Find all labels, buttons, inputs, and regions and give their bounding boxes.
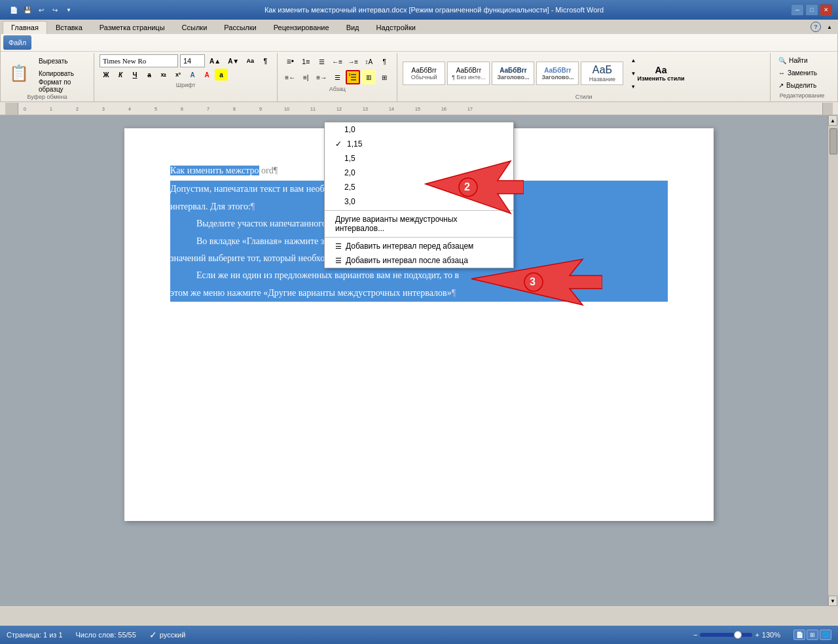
justify-button[interactable]: ☰: [330, 70, 344, 84]
style-normal[interactable]: АаБбВгr Обычный: [403, 62, 445, 85]
spell-check[interactable]: ✓ русский: [149, 630, 185, 640]
show-marks-button[interactable]: ¶: [377, 54, 392, 69]
spacing-1-5-label: 1,5: [344, 154, 355, 163]
add-before-icon: ☰: [335, 242, 342, 251]
minimize-button[interactable]: ─: [791, 4, 804, 16]
spacing-2-5[interactable]: 2,5: [325, 180, 513, 194]
zoom-thumb[interactable]: [734, 631, 742, 639]
multilevel-button[interactable]: ☰: [314, 54, 329, 69]
subscript-button[interactable]: x₂: [157, 69, 170, 80]
tab-mailings[interactable]: Рассылки: [215, 21, 264, 34]
font-name-selector[interactable]: Times New Ro: [100, 54, 178, 67]
tab-addins[interactable]: Надстройки: [368, 21, 424, 34]
svg-text:8: 8: [233, 107, 236, 111]
show-all-marks[interactable]: ¶: [259, 55, 272, 67]
add-before-item[interactable]: ☰ Добавить интервал перед абзацем: [325, 239, 513, 253]
superscript-button[interactable]: x²: [172, 69, 185, 80]
bold-button[interactable]: Ж: [100, 69, 113, 80]
help-button[interactable]: ?: [811, 22, 821, 32]
add-before-label: Добавить интервал перед абзацем: [346, 241, 473, 251]
scroll-thumb[interactable]: [829, 128, 837, 154]
tab-home[interactable]: Главная: [3, 21, 47, 35]
ribbon-group-clipboard: 📋 Вырезать Копировать Формат по образцу …: [3, 53, 94, 101]
vertical-scrollbar[interactable]: ▲ ▼: [828, 115, 838, 606]
quick-access-file[interactable]: 📄: [8, 4, 20, 16]
quick-access-redo[interactable]: ↪: [49, 4, 61, 16]
decrease-indent[interactable]: ←≡: [330, 54, 344, 69]
style-no-spacing[interactable]: АаБбВгr ¶ Без инте...: [447, 62, 490, 85]
quick-access-save[interactable]: 💾: [22, 4, 33, 16]
align-center-button[interactable]: ≡|: [299, 70, 313, 84]
strikethrough-button[interactable]: а: [143, 69, 156, 80]
add-after-item[interactable]: ☰ Добавить интервал после абзаца: [325, 253, 513, 268]
spacing-1-15[interactable]: ✓ 1,15: [325, 137, 513, 151]
close-button[interactable]: ✕: [820, 4, 833, 16]
paste-button[interactable]: 📋: [6, 59, 32, 88]
select-button[interactable]: ↗Выделить: [776, 79, 828, 91]
sort-button[interactable]: ↕A: [361, 54, 376, 69]
bullets-button[interactable]: ≡•: [283, 54, 297, 69]
zoom-control[interactable]: − + 130%: [693, 631, 780, 639]
style-title[interactable]: АаБ Название: [581, 62, 623, 85]
font-size-increase[interactable]: A▲: [207, 55, 223, 67]
styles-scroll-up[interactable]: ▲: [627, 54, 640, 66]
style-heading2[interactable]: АаБбВгr Заголово...: [536, 62, 579, 85]
border-button[interactable]: ⊞: [377, 70, 392, 84]
format-painter-button[interactable]: Формат по образцу: [36, 80, 88, 92]
zoom-slider[interactable]: [700, 633, 752, 637]
full-screen-btn[interactable]: ⊞: [807, 630, 818, 640]
web-layout-btn[interactable]: 🌐: [820, 630, 831, 640]
spacing-2-0[interactable]: 2,0: [325, 166, 513, 180]
text-effects-button[interactable]: А: [186, 69, 199, 80]
quick-access-toolbar: 📄 💾 ↩ ↪ ▼: [5, 4, 77, 16]
spacing-1-15-label: 1,15: [347, 139, 362, 149]
more-options-item[interactable]: Другие варианты междустрочных интервалов…: [325, 212, 513, 236]
tab-page-layout[interactable]: Разметка страницы: [91, 21, 173, 34]
shading-button[interactable]: ▥: [361, 70, 376, 84]
cut-button[interactable]: Вырезать: [36, 55, 88, 67]
font-size-selector[interactable]: 14: [180, 54, 205, 67]
print-layout-btn[interactable]: 📄: [793, 630, 805, 640]
replace-button[interactable]: ↔Заменить: [776, 67, 828, 79]
line-spacing-dropdown: 1,0 ✓ 1,15 1,5 2,0 2,5 3,0 Другие вариан…: [324, 122, 514, 268]
numbering-button[interactable]: 1≡: [299, 54, 313, 69]
tab-review[interactable]: Рецензирование: [265, 21, 338, 34]
zoom-level: 130%: [762, 631, 780, 639]
zoom-in-icon[interactable]: +: [755, 631, 759, 639]
tab-references[interactable]: Ссылки: [173, 21, 216, 34]
scroll-up-button[interactable]: ▲: [828, 115, 837, 126]
tab-insert[interactable]: Вставка: [47, 21, 91, 34]
quick-access-undo[interactable]: ↩: [35, 4, 47, 16]
line-spacing-icon: [348, 73, 357, 82]
spacing-1-0-label: 1,0: [344, 125, 355, 134]
increase-indent[interactable]: →≡: [346, 54, 360, 69]
menu-file[interactable]: Файл: [3, 35, 31, 50]
tab-view[interactable]: Вид: [338, 21, 368, 34]
zoom-out-icon[interactable]: −: [693, 631, 697, 639]
copy-button[interactable]: Копировать: [36, 67, 88, 79]
align-right-button[interactable]: ≡→: [314, 70, 329, 84]
scroll-down-button[interactable]: ▼: [828, 596, 837, 606]
ribbon-collapse[interactable]: ▲: [824, 21, 835, 33]
spacing-3-0[interactable]: 3,0: [325, 194, 513, 209]
change-styles-button[interactable]: Аа Изменить стили: [644, 64, 677, 82]
spacing-1-0[interactable]: 1,0: [325, 122, 513, 137]
font-size-decrease[interactable]: A▼: [225, 55, 242, 67]
align-left-button[interactable]: ≡←: [283, 70, 297, 84]
style-heading1[interactable]: АаБбВгr Заголово...: [492, 62, 534, 85]
ribbon-tabs: Главная Вставка Разметка страницы Ссылки…: [0, 20, 838, 34]
underline-button[interactable]: Ч: [128, 69, 141, 80]
line-spacing-button[interactable]: [346, 70, 360, 84]
check-icon: ✓: [335, 139, 344, 149]
italic-button[interactable]: К: [114, 69, 127, 80]
maximize-button[interactable]: □: [805, 4, 818, 16]
spacing-1-5[interactable]: 1,5: [325, 151, 513, 166]
clear-format[interactable]: Аа: [244, 55, 257, 67]
find-button[interactable]: 🔍Найти: [776, 54, 828, 66]
quick-access-dropdown[interactable]: ▼: [63, 4, 75, 16]
highlight-button[interactable]: а: [215, 69, 228, 80]
styles-more[interactable]: ▾: [627, 80, 640, 92]
window-title: Как изменить межстрочный интервал.docx […: [77, 6, 791, 14]
svg-text:12: 12: [337, 107, 342, 111]
text-color-button[interactable]: А: [200, 69, 213, 80]
